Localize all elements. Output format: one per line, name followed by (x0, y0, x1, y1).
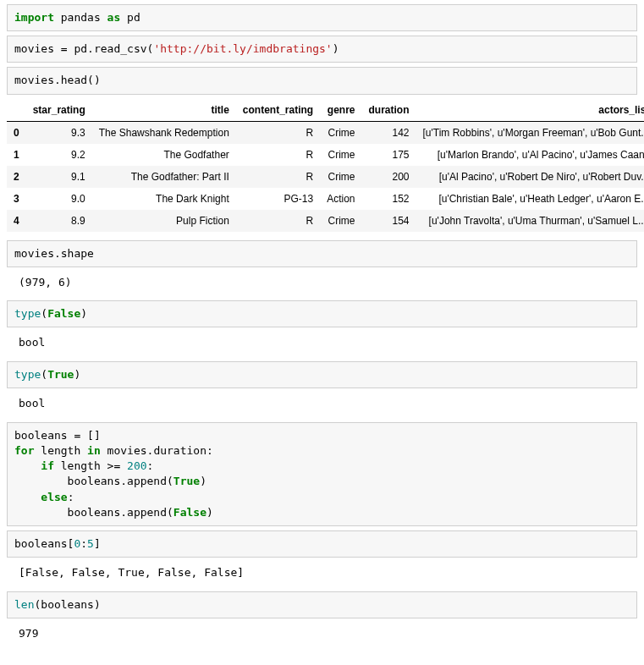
code-text: length >= (54, 459, 127, 472)
cell: 9.2 (26, 144, 92, 166)
cell: 9.0 (26, 188, 92, 210)
string-literal: 'http://bit.ly/imdbratings' (153, 42, 332, 55)
table-row: 4 8.9 Pulp Fiction R Crime 154 [u'John T… (7, 210, 644, 232)
code-text: booleans.append( (14, 475, 173, 487)
code-text: booleans[ (14, 537, 74, 550)
number-literal: 200 (127, 459, 146, 472)
cell: The Godfather (92, 144, 236, 166)
keyword-as: as (107, 11, 121, 24)
keyword-if: if (14, 459, 54, 472)
keyword-for: for (14, 444, 34, 457)
cell: R (236, 210, 320, 232)
code-cell-read-csv[interactable]: movies = pd.read_csv('http://bit.ly/imdb… (7, 36, 637, 63)
cell: [u'Christian Bale', u'Heath Ledger', u'A… (416, 188, 644, 210)
bool-literal: False (47, 307, 80, 320)
table-row: 2 9.1 The Godfather: Part II R Crime 200… (7, 166, 644, 188)
cell: [u'Al Pacino', u'Robert De Niro', u'Robe… (416, 166, 644, 188)
code-text: : (147, 459, 154, 472)
code-text: ] (94, 537, 101, 550)
cell: [u'Marlon Brando', u'Al Pacino', u'James… (416, 144, 644, 166)
code-text: movies = pd.read_csv( (14, 42, 153, 55)
code-cell-slice[interactable]: booleans[0:5] (7, 530, 637, 558)
cell: [u'John Travolta', u'Uma Thurman', u'Sam… (416, 210, 644, 232)
row-index: 3 (7, 188, 26, 210)
row-index: 0 (7, 121, 26, 144)
cell: Pulp Fiction (92, 210, 236, 232)
code-text: movies.duration: (101, 444, 213, 457)
builtin-type: type (14, 307, 41, 320)
number-literal: 5 (87, 537, 94, 550)
table-row: 1 9.2 The Godfather R Crime 175 [u'Marlo… (7, 144, 644, 166)
table-row: 3 9.0 The Dark Knight PG-13 Action 152 [… (7, 188, 644, 210)
code-cell-type-true[interactable]: type(True) (7, 361, 637, 388)
cell: [u'Tim Robbins', u'Morgan Freeman', u'Bo… (416, 121, 644, 144)
paren: ( (41, 307, 47, 320)
cell: R (236, 121, 320, 144)
output-list: [False, False, True, False, False] (7, 562, 637, 587)
col-header-star-rating: star_rating (26, 99, 92, 122)
paren: ) (74, 368, 80, 381)
cell: R (236, 144, 320, 166)
code-cell-head[interactable]: movies.head() (7, 67, 637, 94)
col-header-duration: duration (362, 99, 416, 122)
code-cell-len[interactable]: len(booleans) (7, 591, 637, 618)
code-text: ) (206, 506, 213, 519)
cell: Crime (320, 121, 361, 144)
paren: ) (94, 598, 101, 611)
cell: The Dark Knight (92, 188, 236, 210)
cell: 9.3 (26, 121, 92, 144)
cell: The Godfather: Part II (92, 166, 236, 188)
cell: 175 (362, 144, 416, 166)
bool-literal: False (173, 506, 206, 519)
cell: Crime (320, 144, 361, 166)
keyword-in: in (87, 444, 101, 457)
module-name: pandas (54, 11, 107, 24)
row-index: 1 (7, 144, 26, 166)
code-cell-import[interactable]: import pandas as pd (7, 4, 637, 31)
col-header-content-rating: content_rating (236, 99, 320, 122)
code-text: booleans (41, 598, 94, 611)
code-text: booleans = [] (14, 429, 101, 442)
cell: PG-13 (236, 188, 320, 210)
dataframe-output: star_rating title content_rating genre d… (7, 99, 637, 232)
output-shape: (979, 6) (7, 272, 637, 297)
col-header-title: title (92, 99, 236, 122)
cell: 200 (362, 166, 416, 188)
col-header-genre: genre (320, 99, 361, 122)
code-text: movies.head() (14, 74, 101, 86)
cell: 152 (362, 188, 416, 210)
cell: 9.1 (26, 166, 92, 188)
cell: Crime (320, 210, 361, 232)
code-text: movies.shape (14, 247, 94, 260)
code-cell-type-false[interactable]: type(False) (7, 300, 637, 327)
bool-literal: True (173, 475, 200, 487)
dataframe-table: star_rating title content_rating genre d… (7, 99, 644, 232)
output-bool: bool (7, 332, 637, 357)
code-text: booleans.append( (14, 506, 173, 519)
code-cell-loop[interactable]: booleans = [] for length in movies.durat… (7, 422, 637, 526)
cell: 154 (362, 210, 416, 232)
row-index: 4 (7, 210, 26, 232)
paren: ( (41, 368, 47, 381)
builtin-len: len (14, 598, 34, 611)
builtin-type: type (14, 368, 41, 381)
bool-literal: True (47, 368, 74, 381)
code-cell-shape[interactable]: movies.shape (7, 240, 637, 267)
code-text: : (80, 537, 87, 550)
col-header-actors-list: actors_list (416, 99, 644, 122)
code-text: ) (200, 475, 206, 487)
cell: 8.9 (26, 210, 92, 232)
cell: R (236, 166, 320, 188)
paren: ) (80, 307, 87, 320)
table-row: 0 9.3 The Shawshank Redemption R Crime 1… (7, 121, 644, 144)
cell: 142 (362, 121, 416, 144)
keyword-import: import (14, 11, 54, 24)
code-text: ) (333, 42, 339, 55)
output-bool: bool (7, 393, 637, 418)
col-header-index (7, 99, 26, 122)
cell: Action (320, 188, 361, 210)
code-text: : (68, 491, 74, 503)
code-text: length (34, 444, 87, 457)
row-index: 2 (7, 166, 26, 188)
cell: The Shawshank Redemption (92, 121, 236, 144)
